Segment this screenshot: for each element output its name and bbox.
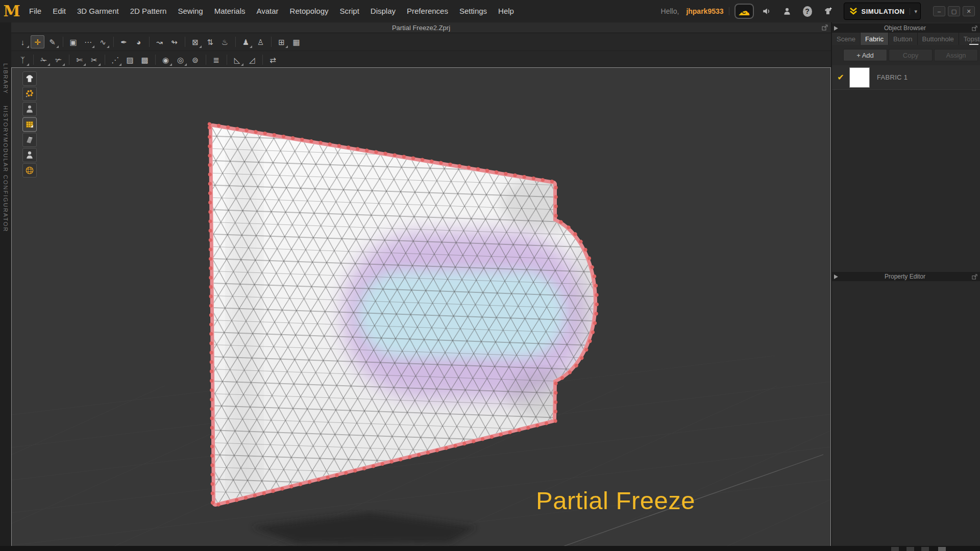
avatar-walk-icon[interactable]: ᛉ: [16, 53, 30, 66]
sync-garment-icon[interactable]: ⇅: [203, 35, 217, 48]
arrow-right-icon: [834, 26, 839, 31]
closet-cloud-button[interactable]: ☁ C: [734, 4, 754, 19]
select-move-icon[interactable]: ✛: [31, 35, 44, 48]
show-pattern-toggle[interactable]: [22, 133, 37, 147]
object-browser-action-button[interactable]: Assign: [934, 49, 978, 61]
tack-curve-icon[interactable]: ↝: [153, 35, 166, 48]
menu-item[interactable]: 2D Pattern: [125, 0, 173, 22]
pattern-tape-icon[interactable]: ⋰: [108, 53, 122, 66]
grid-canvas-icon[interactable]: ⊞: [275, 35, 288, 48]
statusbar-button[interactable]: [906, 547, 914, 551]
button-place-icon[interactable]: ◉: [159, 53, 173, 66]
menu-item[interactable]: Script: [334, 0, 365, 22]
menu-item[interactable]: Materials: [209, 0, 251, 22]
object-browser-action-button[interactable]: + Add: [843, 49, 887, 61]
buttonhole-lock-icon[interactable]: ⊚: [188, 53, 202, 66]
viewport-3d[interactable]: Partial Freeze: [11, 67, 831, 547]
sound-button[interactable]: [759, 4, 774, 19]
restore-button[interactable]: ▢: [948, 6, 960, 16]
popout-icon: [972, 274, 977, 280]
show-mannequin-toggle[interactable]: [22, 148, 37, 162]
pin-box-icon[interactable]: ⋯: [81, 35, 95, 48]
person-icon: [782, 6, 792, 17]
tack-free-icon[interactable]: ↬: [167, 35, 181, 48]
menu-item[interactable]: Settings: [454, 0, 493, 22]
side-tab[interactable]: LIBRARY: [3, 63, 9, 94]
garment-icon: [24, 73, 35, 84]
fabric-list-item[interactable]: ✔ FABRIC 1: [832, 65, 980, 90]
show-environment-toggle[interactable]: [22, 163, 37, 178]
menu-item[interactable]: 3D Garment: [71, 0, 125, 22]
object-browser-tab[interactable]: Topstitch: [959, 33, 980, 45]
side-tab[interactable]: MODULAR CONFIGURATOR: [3, 137, 9, 232]
show-avatar-toggle[interactable]: [22, 102, 37, 116]
mesh-view-toggle[interactable]: [22, 117, 37, 132]
object-browser-tab[interactable]: Button: [889, 33, 918, 45]
object-browser-tab[interactable]: Scene: [832, 33, 861, 45]
menu-item[interactable]: Display: [365, 0, 401, 22]
sew-edit-icon[interactable]: ✂: [87, 53, 101, 66]
fabric-name: FABRIC 1: [877, 73, 908, 81]
speaker-icon: [762, 6, 771, 17]
show-pins-toggle[interactable]: [22, 87, 37, 101]
attach-sphere-icon[interactable]: ◕: [132, 35, 145, 48]
close-button[interactable]: ✕: [963, 6, 975, 16]
select-mesh-icon[interactable]: ✎: [45, 35, 59, 48]
add-garment-button[interactable]: [820, 4, 836, 19]
minimize-button[interactable]: –: [933, 6, 945, 16]
scene-canvas[interactable]: [12, 68, 830, 546]
mannequin-a-icon[interactable]: ♟: [239, 35, 253, 48]
statusbar-button[interactable]: [921, 547, 929, 551]
pattern-print-b-icon[interactable]: ▩: [138, 53, 152, 66]
pleats-icon[interactable]: ⇄: [266, 53, 280, 66]
menu-item[interactable]: File: [23, 0, 47, 22]
menu-item[interactable]: Preferences: [401, 0, 454, 22]
sewing-needle-icon[interactable]: ✒: [117, 35, 131, 48]
grid-dense-icon[interactable]: ▦: [289, 35, 303, 48]
fabric-list: ✔ FABRIC 1: [832, 65, 980, 90]
transform-pattern-icon[interactable]: ▣: [66, 35, 80, 48]
steam-garment-icon[interactable]: ♨: [218, 35, 232, 48]
menu-item[interactable]: Sewing: [172, 0, 208, 22]
button-style-icon[interactable]: ◎: [174, 53, 187, 66]
fold-panel-a-icon[interactable]: ◺: [230, 53, 244, 66]
show-garment-toggle[interactable]: [22, 71, 37, 86]
sew-segment-icon[interactable]: ✁: [37, 53, 51, 66]
username-text[interactable]: jhpark9533: [686, 7, 723, 15]
pattern-print-a-icon[interactable]: ▨: [123, 53, 137, 66]
sew-curve-icon[interactable]: ✄: [72, 53, 86, 66]
viewport-popout-button[interactable]: [822, 24, 828, 31]
property-editor-popout-button[interactable]: [969, 274, 980, 280]
menu-item[interactable]: Edit: [47, 0, 71, 22]
object-browser-tab[interactable]: Buttonhole: [918, 33, 959, 45]
help-button[interactable]: ?: [800, 4, 815, 19]
object-browser-popout-button[interactable]: [969, 26, 980, 31]
mannequin-b-icon[interactable]: ♙: [254, 35, 267, 48]
flatten-pattern-icon[interactable]: ⊠: [188, 35, 202, 48]
menu-item[interactable]: Avatar: [251, 0, 284, 22]
collapse-panel-button[interactable]: [832, 274, 841, 279]
zipper-icon[interactable]: ≣: [209, 53, 223, 66]
collapse-panel-button[interactable]: [832, 26, 841, 31]
property-editor-title: Property Editor: [841, 273, 969, 280]
pin-curve-icon[interactable]: ∿: [96, 35, 110, 48]
check-icon[interactable]: ✔: [832, 72, 849, 82]
top-menu-bar: M FileEdit3D Garment2D PatternSewingMate…: [0, 0, 980, 23]
topbar-right: Hello, jhpark9533 ☁ C ?: [661, 3, 980, 20]
greeting-text: Hello,: [661, 7, 679, 15]
sew-free-icon[interactable]: ✃: [52, 53, 65, 66]
object-browser-action-button[interactable]: Copy: [889, 49, 933, 61]
statusbar-button[interactable]: [891, 547, 899, 551]
simulate-icon[interactable]: ↓: [16, 35, 30, 48]
side-tab[interactable]: HISTORY: [3, 106, 9, 138]
menu-item[interactable]: Retopology: [284, 0, 334, 22]
account-button[interactable]: [779, 4, 795, 19]
mode-selector[interactable]: SIMULATION ▾: [844, 3, 921, 20]
mesh-grid-icon: [24, 119, 35, 130]
pins-cluster-icon: [24, 89, 35, 99]
menu-item[interactable]: Help: [493, 0, 520, 22]
cloud-letter: C: [742, 9, 746, 15]
statusbar-button[interactable]: [938, 547, 946, 551]
object-browser-tab[interactable]: Fabric: [861, 33, 889, 45]
fold-panel-b-icon[interactable]: ◿: [245, 53, 259, 66]
